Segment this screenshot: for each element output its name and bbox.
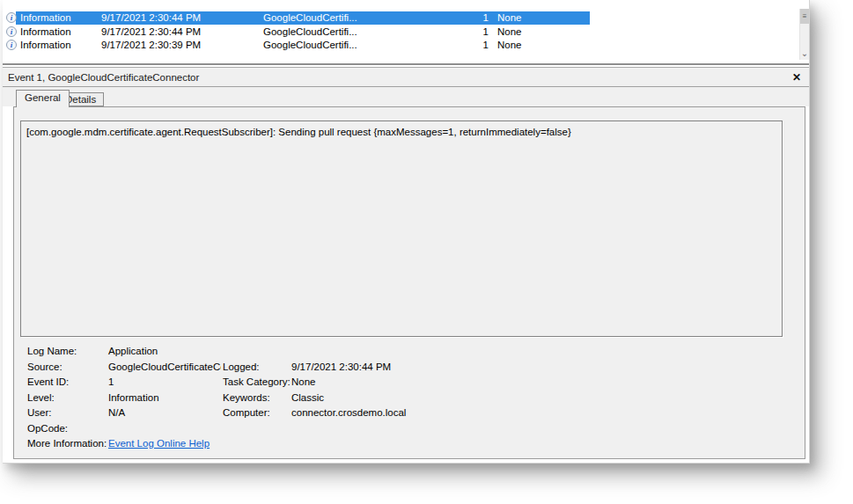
event-row[interactable]: i Information 9/17/2021 2:30:44 PM Googl… [4, 11, 603, 25]
event-source: GoogleCloudCertifi... [263, 26, 357, 37]
screenshot-stage: i Information 9/17/2021 2:30:44 PM Googl… [0, 0, 853, 504]
event-task-category: None [497, 40, 522, 50]
user-value: N/A [108, 407, 125, 418]
keywords-label: Keywords: [223, 392, 270, 403]
computer-label: Computer: [223, 407, 270, 418]
level-value: Information [108, 392, 159, 403]
logged-value: 9/17/2021 2:30:44 PM [291, 362, 391, 372]
pane-splitter[interactable] [3, 63, 809, 65]
log-name-label: Log Name: [27, 346, 77, 356]
event-source: GoogleCloudCertifi... [263, 40, 357, 50]
information-icon: i [6, 26, 17, 37]
computer-value: connector.crosdemo.local [291, 407, 406, 418]
event-source: GoogleCloudCertifi... [263, 12, 357, 23]
meta-row-opcode: OpCode: [14, 421, 805, 437]
more-information-label: More Information: [27, 438, 107, 449]
log-name-value: Application [108, 346, 158, 356]
event-row[interactable]: i Information 9/17/2021 2:30:39 PM Googl… [4, 39, 603, 52]
tab-strip: General Details [3, 87, 809, 106]
event-id: 1 [429, 12, 489, 23]
source-value: GoogleCloudCertificateConr [108, 362, 221, 372]
event-level: Information [20, 12, 71, 23]
meta-row-eventid-task: Event ID: 1 Task Category: None [14, 375, 805, 391]
event-datetime: 9/17/2021 2:30:44 PM [101, 12, 201, 23]
close-icon[interactable]: ✕ [790, 70, 804, 84]
opcode-label: OpCode: [27, 423, 68, 434]
information-icon: i [6, 40, 17, 50]
scroll-down-button[interactable]: ⌄ [800, 47, 809, 60]
event-id: 1 [429, 26, 489, 37]
event-id-label: Event ID: [27, 376, 69, 387]
event-message: [com.google.mdm.certificate.agent.Reques… [26, 127, 571, 137]
meta-row-source-logged: Source: GoogleCloudCertificateConr Logge… [14, 360, 805, 376]
meta-row-user-computer: User: N/A Computer: connector.crosdemo.l… [14, 405, 805, 421]
event-level: Information [20, 40, 71, 50]
event-message-box: [com.google.mdm.certificate.agent.Reques… [20, 121, 783, 337]
event-id-value: 1 [108, 376, 114, 387]
event-task-category: None [497, 26, 522, 37]
general-tab-page: [com.google.mdm.certificate.agent.Reques… [13, 106, 805, 459]
event-datetime: 9/17/2021 2:30:39 PM [101, 40, 201, 50]
source-label: Source: [27, 362, 63, 372]
tab-general[interactable]: General [16, 90, 70, 107]
task-category-label: Task Category: [223, 376, 290, 387]
meta-row-level-keywords: Level: Information Keywords: Classic [14, 391, 805, 406]
information-icon: i [6, 12, 17, 23]
keywords-value: Classic [291, 392, 324, 403]
event-id: 1 [429, 40, 489, 50]
event-row[interactable]: i Information 9/17/2021 2:30:44 PM Googl… [4, 26, 603, 39]
meta-row-more-information: More Information: Event Log Online Help [14, 436, 805, 452]
thumb-grip-icon: ≡ [803, 13, 807, 20]
event-viewer-pane: i Information 9/17/2021 2:30:44 PM Googl… [3, 0, 810, 464]
event-datetime: 9/17/2021 2:30:44 PM [101, 26, 201, 37]
event-metadata: Log Name: Application Source: GoogleClou… [14, 344, 805, 452]
event-level: Information [20, 26, 71, 37]
preview-title: Event 1, GoogleCloudCertificateConnector [8, 72, 199, 83]
preview-header: Event 1, GoogleCloudCertificateConnector… [3, 67, 809, 87]
chevron-down-icon: ⌄ [801, 49, 808, 58]
list-scrollbar[interactable]: ≡ ⌄ [799, 9, 809, 60]
event-log-online-help-link[interactable]: Event Log Online Help [108, 438, 210, 449]
scrollbar-thumb[interactable]: ≡ [800, 9, 809, 24]
meta-row-log-name: Log Name: Application [14, 344, 805, 360]
level-label: Level: [27, 392, 55, 403]
event-task-category: None [497, 12, 522, 23]
task-category-value: None [291, 376, 316, 387]
event-list: i Information 9/17/2021 2:30:44 PM Googl… [3, 0, 809, 63]
user-label: User: [27, 407, 51, 418]
logged-label: Logged: [223, 362, 260, 372]
